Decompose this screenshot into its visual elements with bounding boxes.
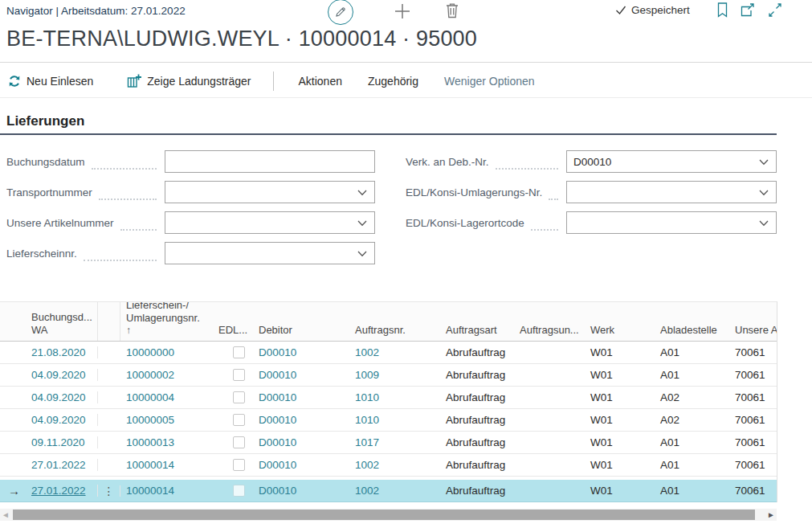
- cell-debitor[interactable]: D00010: [253, 391, 349, 403]
- cell-abladestelle: A01: [655, 369, 729, 381]
- edit-button[interactable]: [328, 0, 353, 25]
- cell-unsere_art: 70061: [729, 346, 777, 358]
- cell-buchungsdatum[interactable]: 09.11.2020: [28, 436, 98, 448]
- delete-button[interactable]: [443, 2, 461, 19]
- cell-unsere_art: 70061: [729, 414, 777, 426]
- table-row[interactable]: →27.01.2022⋮10000014D000101002Abrufauftr…: [0, 480, 777, 502]
- column-header-auftragsart[interactable]: Auftragsart: [440, 302, 514, 341]
- filter-field-transportnummer: Transportnummer: [6, 181, 375, 203]
- action-zeige-ladungstraeger[interactable]: Zeige Ladungsträger: [125, 74, 252, 88]
- cell-buchungsdatum[interactable]: 04.09.2020: [28, 391, 98, 403]
- edl-checkbox[interactable]: [233, 369, 245, 381]
- table-row[interactable]: 04.09.202010000002D000101009Abrufauftrag…: [0, 364, 777, 387]
- menu-zugehoerig[interactable]: Zugehörig: [366, 75, 420, 88]
- menu-weniger-optionen[interactable]: Weniger Optionen: [443, 75, 537, 88]
- cell-edl: [213, 485, 253, 497]
- cell-lieferschein[interactable]: 10000014: [120, 485, 213, 497]
- filter-field-edl-konsi-umlagerungs-nr: EDL/Konsi-Umlagerungs-Nr.: [406, 181, 777, 203]
- filter-field-edl-konsi-lagerortcode: EDL/Konsi-Lagerortcode: [406, 211, 777, 234]
- cell-auftragsart: Abrufauftrag: [440, 346, 514, 358]
- cell-auftragsnr[interactable]: 1010: [349, 414, 440, 426]
- cell-debitor[interactable]: D00010: [253, 459, 349, 471]
- cell-werk: W01: [585, 436, 655, 448]
- transportnummer-input[interactable]: [165, 181, 375, 203]
- cell-debitor[interactable]: D00010: [253, 485, 349, 497]
- row-menu-column-header: [98, 302, 120, 341]
- open-in-new-window-button[interactable]: [740, 2, 756, 17]
- edl-checkbox[interactable]: [233, 436, 245, 448]
- cell-auftragsnr[interactable]: 1002: [349, 459, 440, 471]
- header-line: Werk: [590, 324, 651, 337]
- table-row[interactable]: 04.09.202010000004D000101010Abrufauftrag…: [0, 387, 777, 409]
- column-header-unsere_art[interactable]: Unsere Art: [729, 302, 777, 341]
- cell-unsere_art: 70061: [729, 369, 777, 381]
- table-row[interactable]: 21.08.202010000000D000101002Abrufauftrag…: [0, 342, 777, 364]
- column-header-debitor[interactable]: Debitor: [253, 302, 349, 341]
- filter-label-unsere-artikelnummer: Unsere Artikelnummer: [6, 217, 114, 229]
- edl-checkbox[interactable]: [233, 485, 245, 497]
- cell-buchungsdatum[interactable]: 04.09.2020: [28, 369, 98, 381]
- filter-field-verk-an-deb-nr: Verk. an Deb.-Nr.D00010: [406, 150, 777, 173]
- scroll-right-icon[interactable]: ►: [767, 510, 775, 519]
- menu-aktionen[interactable]: Aktionen: [296, 75, 343, 88]
- edl-checkbox[interactable]: [233, 346, 245, 358]
- cell-edl: [213, 391, 253, 403]
- popout-icon: [741, 3, 755, 17]
- cell-buchungsdatum[interactable]: 27.01.2022: [28, 485, 98, 497]
- cell-lieferschein[interactable]: 10000004: [120, 391, 213, 403]
- header-line: Debitor: [259, 324, 346, 337]
- filter-label-edl-konsi-umlagerungs-nr: EDL/Konsi-Umlagerungs-Nr.: [406, 186, 542, 199]
- cell-debitor[interactable]: D00010: [253, 369, 349, 381]
- column-header-auftragsun[interactable]: Auftragsun...: [514, 302, 585, 341]
- column-header-auftragsnr[interactable]: Auftragsnr.: [349, 302, 440, 341]
- cell-buchungsdatum[interactable]: 21.08.2020: [28, 346, 98, 358]
- cell-debitor[interactable]: D00010: [253, 346, 349, 358]
- cell-abladestelle: A01: [655, 346, 729, 358]
- cell-auftragsnr[interactable]: 1002: [349, 346, 440, 358]
- unsere-artikelnummer-input[interactable]: [165, 211, 375, 234]
- cell-auftragsnr[interactable]: 1010: [349, 391, 440, 403]
- edl-konsi-umlagerungs-nr-input[interactable]: [566, 181, 777, 203]
- row-menu-icon[interactable]: ⋮: [104, 485, 115, 497]
- cell-auftragsnr[interactable]: 1017: [349, 436, 440, 448]
- buchungsdatum-input[interactable]: [165, 150, 375, 173]
- cell-lieferschein[interactable]: 10000013: [120, 436, 213, 448]
- edl-konsi-lagerortcode-input[interactable]: [566, 211, 777, 234]
- table-row[interactable]: 09.11.202010000013D000101017Abrufauftrag…: [0, 432, 777, 454]
- column-header-werk[interactable]: Werk: [585, 302, 655, 341]
- column-header-edl[interactable]: EDL...: [213, 302, 253, 341]
- dotted-leader: [496, 162, 558, 170]
- column-header-buchungsdatum[interactable]: Buchungsd...WA: [28, 302, 98, 341]
- scrollbar-thumb[interactable]: [13, 510, 755, 520]
- cell-debitor[interactable]: D00010: [253, 414, 349, 426]
- bookmark-button[interactable]: [716, 2, 728, 18]
- edl-checkbox[interactable]: [233, 391, 245, 403]
- column-header-abladestelle[interactable]: Abladestelle: [655, 302, 729, 341]
- column-header-lieferschein[interactable]: Lieferschein-/Umlagerungsnr.↑: [120, 302, 213, 341]
- edl-checkbox[interactable]: [233, 414, 245, 426]
- cell-lieferschein[interactable]: 10000014: [120, 459, 213, 471]
- cell-lieferschein[interactable]: 10000005: [120, 414, 213, 426]
- horizontal-scrollbar[interactable]: ◄ ►: [0, 509, 777, 521]
- cell-lieferschein[interactable]: 10000000: [120, 346, 213, 358]
- cell-buchungsdatum[interactable]: 27.01.2022: [28, 459, 98, 471]
- cell-abladestelle: A02: [655, 414, 729, 426]
- cell-lieferschein[interactable]: 10000002: [120, 369, 213, 381]
- cell-debitor[interactable]: D00010: [253, 436, 349, 448]
- collapse-button[interactable]: [767, 2, 783, 17]
- cell-auftragsnr[interactable]: 1009: [349, 369, 440, 381]
- scroll-left-icon[interactable]: ◄: [2, 510, 10, 519]
- table-row[interactable]: 27.01.202210000014D000101002Abrufauftrag…: [0, 454, 777, 477]
- cell-auftragsnr[interactable]: 1002: [349, 485, 440, 497]
- edl-checkbox[interactable]: [233, 459, 245, 471]
- cell-auftragsart: Abrufauftrag: [440, 485, 514, 497]
- new-button[interactable]: [393, 2, 412, 21]
- action-neu-einlesen[interactable]: Neu Einlesen: [6, 75, 95, 88]
- verk-an-deb-nr-input[interactable]: D00010: [566, 150, 777, 173]
- header-line: Buchungsd...: [31, 311, 94, 324]
- lieferscheinnr-input[interactable]: [165, 242, 375, 264]
- filter-label-transportnummer: Transportnummer: [6, 186, 92, 199]
- cell-buchungsdatum[interactable]: 04.09.2020: [28, 414, 98, 426]
- table-row[interactable]: 04.09.202010000005D000101010Abrufauftrag…: [0, 409, 777, 432]
- actionbar-divider-line: [0, 97, 812, 98]
